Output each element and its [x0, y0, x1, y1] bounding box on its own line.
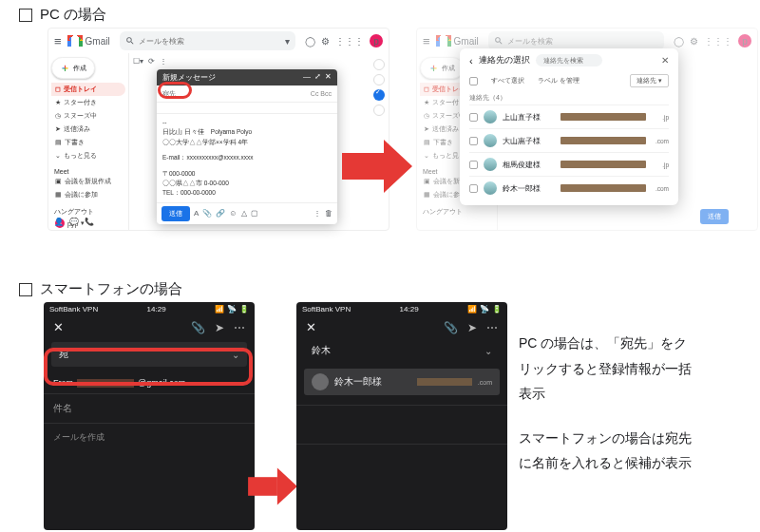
send-icon[interactable]: ➤ — [215, 321, 224, 334]
row-checkbox[interactable] — [469, 161, 478, 169]
close-icon[interactable]: ✕ — [325, 72, 332, 83]
sidebar-item-starred[interactable]: ★ スター付き — [51, 96, 125, 109]
more-icon[interactable]: ⋮ — [160, 57, 167, 66]
tasks-icon[interactable] — [373, 89, 385, 101]
sidebar-item-sent[interactable]: ➤ 送信済み — [51, 123, 125, 136]
attach-icon[interactable]: 📎 — [202, 209, 212, 218]
to-label: 宛先 — [162, 89, 176, 99]
redacted-email — [417, 378, 472, 386]
drive-icon[interactable]: △ — [241, 209, 247, 218]
sidebar-item-inbox[interactable]: ◻ 受信トレイ — [51, 83, 125, 96]
compose-button[interactable]: ＋ 作成 — [51, 57, 95, 79]
chevron-down-icon[interactable]: ⌄ — [484, 346, 492, 356]
select-all-icon[interactable]: ☐▾ — [133, 57, 143, 66]
contact-domain: .jp — [652, 162, 669, 168]
search-input[interactable] — [488, 31, 664, 50]
chat-icon[interactable]: 💬 — [69, 218, 79, 226]
contact-row[interactable]: 上山直子様 .jp — [469, 104, 669, 128]
settings-icon[interactable]: ⚙ — [690, 36, 698, 47]
help-icon[interactable]: ◯ — [305, 36, 315, 47]
close-icon[interactable]: ✕ — [661, 55, 669, 66]
sidebar-item-snoozed[interactable]: ◷ スヌーズ中 — [51, 109, 125, 123]
gmail-m-icon — [436, 35, 451, 47]
contact-row[interactable]: 相馬俊建様 .jp — [469, 152, 669, 176]
chevron-down-icon[interactable]: ⌄ — [238, 378, 245, 388]
format-icon[interactable]: A — [194, 209, 199, 218]
gmail-sidebar: ＋ 作成 ◻ 受信トレイ ★ スター付き ◷ スヌーズ中 ➤ 送信済み ▤ 下書… — [48, 53, 128, 230]
expand-icon[interactable]: ⤢ — [314, 72, 321, 83]
search-input[interactable]: ▾ — [120, 31, 295, 50]
send-button[interactable]: 送信 — [162, 206, 190, 221]
search-field[interactable] — [139, 37, 281, 46]
contact-count: 連絡先（4） — [469, 93, 669, 103]
apps-icon[interactable]: ⋮⋮⋮ — [335, 36, 364, 47]
phone-to-input[interactable]: 鈴木 ⌄ — [304, 338, 500, 363]
hamburger-icon[interactable]: ≡ — [54, 34, 62, 48]
phone-right: SoftBank VPN 14:29 📶📡🔋 ✕ 📎 ➤ ⋯ 鈴木 ⌄ 鈴木一郎… — [296, 302, 507, 530]
attach-icon[interactable]: 📎 — [444, 321, 458, 334]
avatar-icon — [312, 373, 329, 390]
attach-icon[interactable]: 📎 — [191, 321, 205, 334]
settings-icon[interactable]: ⚙ — [321, 36, 330, 47]
contact-name: 大山惠子様 — [503, 136, 555, 146]
explanation-pc: PC の場合は、「宛先」をクリックすると登録情報が一括表示 — [519, 331, 695, 407]
meet-join[interactable]: ▦ 会議に参加 — [51, 188, 125, 201]
suggestion-row[interactable]: 鈴木一郎様 .com — [304, 369, 500, 395]
select-all-checkbox[interactable] — [469, 77, 478, 86]
minimize-icon[interactable]: — — [303, 72, 311, 83]
more-compose-icon[interactable]: ⋮ — [314, 209, 321, 218]
help-icon[interactable]: ◯ — [674, 36, 684, 47]
sidebar-item-more[interactable]: ⌄ もっと見る — [51, 149, 125, 162]
avatar[interactable]: p — [370, 34, 383, 48]
compose-button[interactable]: ＋作成 — [420, 57, 464, 79]
contact-domain: .com — [652, 185, 669, 192]
cancel-icon[interactable]: ✕ — [53, 320, 64, 334]
contacts-icon[interactable] — [373, 104, 385, 116]
send-icon[interactable]: ➤ — [467, 321, 477, 334]
compose-body[interactable]: -- 日比山 日々佳 Polyama Polyo 〇〇大学△△学部××学科 4年… — [157, 114, 337, 202]
search-field[interactable] — [507, 37, 658, 46]
emoji-icon[interactable]: ☺ — [229, 209, 237, 218]
contact-search-input[interactable] — [536, 54, 602, 66]
sidebar-item-label: 会議を新規作成 — [65, 177, 111, 186]
meet-new[interactable]: ▣ 会議を新規作成 — [51, 175, 125, 188]
apps-icon[interactable]: ⋮⋮⋮ — [704, 36, 732, 47]
row-checkbox[interactable] — [469, 113, 478, 122]
phone-body[interactable]: メールを作成 — [44, 424, 255, 451]
contact-name: 鈴木一郎様 — [503, 183, 555, 194]
back-icon[interactable]: ‹ — [469, 55, 473, 66]
cc-bcc-link[interactable]: Cc Bcc — [311, 90, 332, 97]
row-checkbox[interactable] — [469, 137, 478, 145]
more-icon[interactable]: ⋯ — [486, 321, 498, 334]
to-input[interactable] — [178, 90, 309, 97]
send-button-bg[interactable]: 送信 — [700, 209, 729, 224]
link-icon[interactable]: 🔗 — [216, 209, 225, 218]
contact-row[interactable]: 鈴木一郎様 .com — [469, 176, 669, 200]
more-icon[interactable]: ⋯ — [234, 321, 245, 334]
compose-to-row[interactable]: 宛先 Cc Bcc — [157, 86, 337, 103]
kind-select[interactable]: 連絡先 ▾ — [630, 74, 669, 87]
keep-icon[interactable] — [373, 74, 385, 86]
cancel-icon[interactable]: ✕ — [306, 320, 316, 334]
refresh-icon[interactable]: ⟳ — [148, 57, 155, 66]
battery-icon: 🔋 — [239, 305, 249, 314]
contact-row[interactable]: 大山惠子様 .com — [469, 128, 669, 152]
trash-icon[interactable]: 🗑 — [325, 209, 332, 218]
calendar-icon[interactable] — [373, 59, 385, 70]
chevron-down-icon[interactable]: ⌄ — [232, 350, 239, 360]
phone-subject[interactable]: 件名 — [44, 394, 255, 424]
manage-label[interactable]: ラベル を管理 — [538, 76, 580, 86]
hamburger-icon[interactable]: ≡ — [423, 34, 430, 48]
image-icon[interactable]: ▢ — [251, 209, 258, 218]
sidebar-item-drafts[interactable]: ▤ 下書き — [51, 136, 125, 149]
select-all-label: すべて選択 — [491, 76, 524, 86]
person-icon[interactable]: 👤 — [54, 218, 64, 226]
phone-left: SoftBank VPN 14:29 📶📡🔋 ✕ 📎 ➤ ⋯ 宛 ⌄ From … — [44, 302, 255, 530]
phone-to-input[interactable]: 宛 ⌄ — [51, 342, 247, 367]
avatar[interactable]: p — [738, 34, 751, 48]
phone-from-row[interactable]: From @gmail.com ⌄ — [44, 372, 255, 394]
dropdown-icon[interactable]: ▾ — [285, 36, 290, 47]
signature-addr: 〇〇県△△市 0-00-000 — [162, 179, 332, 188]
row-checkbox[interactable] — [469, 184, 478, 193]
phone-icon[interactable]: 📞 — [85, 218, 94, 226]
